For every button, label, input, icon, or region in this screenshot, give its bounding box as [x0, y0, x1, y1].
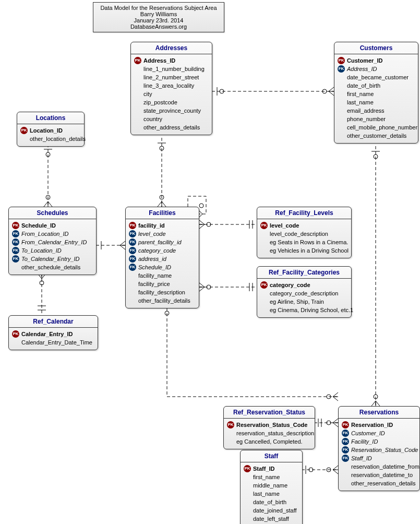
attr-text: category_code_description	[270, 289, 338, 297]
svg-line-61	[371, 401, 376, 406]
attr-row: PKAddress_ID	[134, 56, 209, 65]
entity-body: PKReservation_IDFKCustomer_IDFKFacility_…	[339, 419, 419, 491]
attr-text: Customer_ID	[347, 56, 382, 65]
attr-text: level_code	[270, 221, 299, 230]
attr-text: Schedule_ID	[21, 221, 56, 230]
attr-row: date_of_birth	[244, 498, 299, 506]
entity-addresses: Addresses PKAddress_IDline_1_number_buil…	[130, 42, 212, 135]
entity-customers: Customers PKCustomer_IDFKAddress_IDdate_…	[334, 42, 418, 144]
attr-text: facility_name	[138, 271, 172, 280]
entity-title: Ref_Calendar	[9, 316, 98, 328]
entity-title: Locations	[17, 112, 84, 124]
attr-text: state_province_county	[143, 106, 201, 115]
attr-row: state_province_county	[134, 106, 209, 115]
fk-icon: FK	[129, 230, 136, 237]
fk-icon: FK	[129, 264, 136, 271]
attr-row: phone_number	[338, 115, 415, 123]
attr-row: line_1_number_building	[134, 65, 209, 73]
pk-icon: PK	[342, 421, 349, 428]
entity-title: Staff	[241, 450, 302, 462]
svg-line-12	[162, 201, 166, 207]
attr-text: From_Calendar_Entry_ID	[21, 238, 87, 246]
attr-text: cell_mobile_phone_number	[347, 123, 417, 132]
attr-text: reservation_datetime_from	[351, 462, 419, 471]
attr-text: To_Calendar_Entry_ID	[21, 255, 80, 263]
attr-row: FKFrom_Location_ID	[12, 230, 93, 238]
attr-text: Staff_ID	[253, 465, 275, 473]
attr-row: line_2_number_street	[134, 73, 209, 81]
entity-ref-facility-levels: Ref_Facility_Levels PKlevel_codelevel_co…	[257, 207, 352, 258]
svg-line-11	[158, 201, 162, 207]
attr-row: PKcategory_code	[260, 281, 348, 289]
attr-text: last_name	[347, 98, 374, 106]
pk-icon: PK	[129, 222, 136, 229]
attr-row: level_code_description	[260, 230, 348, 238]
attr-row: FKTo_Location_ID	[12, 246, 93, 255]
attr-text: category_code	[270, 281, 310, 289]
attr-row: facility_price	[129, 280, 196, 288]
attr-text: phone_number	[347, 115, 386, 123]
entity-body: PKfacility_idFKlevel_codeFKparent_facili…	[126, 219, 199, 308]
attr-row: PKCalendar_Entry_ID	[12, 330, 94, 338]
fk-icon: FK	[342, 446, 349, 454]
entity-title: Schedules	[9, 207, 96, 219]
attr-text: country	[143, 115, 162, 123]
attr-row: PKLocation_ID	[20, 126, 81, 135]
attr-row: eg Airline, Ship, Train	[260, 297, 348, 306]
note-line: Barry Williams	[98, 11, 220, 17]
entity-body: PKCalendar_Entry_IDCalendar_Entry_Date_T…	[9, 328, 98, 350]
attr-row: reservation_datetime_from	[342, 462, 416, 471]
attr-row: country	[134, 115, 209, 123]
attr-row: eg Cinema, Driving School, etc.1	[260, 306, 348, 314]
entity-body: PKAddress_IDline_1_number_buildingline_2…	[131, 54, 212, 135]
attr-text: eg Vehicles in a Driving School	[270, 246, 349, 255]
attr-text: category_code	[138, 246, 176, 255]
attr-row: FKCustomer_ID	[342, 429, 416, 437]
fk-icon: FK	[342, 430, 349, 437]
attr-row: zip_postcode	[134, 98, 209, 106]
attr-row: other_address_details	[134, 123, 209, 132]
attr-text: Facility_ID	[351, 437, 378, 446]
entity-title: Ref_Reservation_Status	[224, 407, 315, 419]
attr-row: eg Seats in Rows in a Cinema.	[260, 238, 348, 246]
entity-ref-reservation-status: Ref_Reservation_Status PKReservation_Sta…	[223, 406, 315, 449]
svg-point-48	[199, 204, 203, 208]
attr-text: other_customer_details	[347, 132, 406, 140]
svg-line-75	[333, 466, 338, 470]
attr-text: date_left_staff	[253, 515, 289, 523]
attr-row: eg Vehicles in a Driving School	[260, 246, 348, 255]
entity-ref-facility-categories: Ref_Facility_Categories PKcategory_codec…	[257, 266, 352, 318]
attr-row: FKTo_Calendar_Entry_ID	[12, 255, 93, 263]
attr-row: cell_mobile_phone_number	[338, 123, 415, 132]
note-line: January 23rd. 2014	[98, 17, 220, 23]
fk-icon: FK	[338, 65, 345, 73]
pk-icon: PK	[12, 222, 19, 229]
entity-ref-calendar: Ref_Calendar PKCalendar_Entry_IDCalendar…	[8, 315, 98, 350]
attr-text: level_code_description	[270, 230, 328, 238]
attr-row: line_3_area_locality	[134, 81, 209, 90]
attr-text: line_1_number_building	[143, 65, 205, 73]
entity-title: Customers	[334, 42, 418, 54]
attr-row: last_name	[244, 490, 299, 498]
attr-text: Calendar_Entry_Date_Time	[21, 338, 92, 347]
attr-row: date_joined_staff	[244, 506, 299, 515]
fk-icon: FK	[342, 438, 349, 445]
pk-icon: PK	[12, 330, 19, 338]
attr-text: reservation_datetime_to	[351, 471, 413, 479]
attr-row: email_address	[338, 106, 415, 115]
svg-line-36	[199, 224, 205, 229]
attr-text: email_address	[347, 106, 385, 115]
attr-row: FKlevel_code	[129, 230, 196, 238]
attr-row: FKcategory_code	[129, 246, 196, 255]
attr-text: Reservation_ID	[351, 421, 393, 429]
attr-text: Reservation_Status_Code	[236, 421, 307, 429]
fk-icon: FK	[342, 455, 349, 462]
attr-text: date_became_customer	[347, 73, 409, 81]
attr-text: Location_ID	[30, 126, 63, 135]
attr-text: eg Airline, Ship, Train	[270, 297, 324, 306]
attr-text: Schedule_ID	[138, 263, 171, 271]
attr-text: Staff_ID	[351, 454, 372, 462]
attr-row: PKReservation_Status_Code	[227, 421, 311, 429]
fk-icon: FK	[12, 239, 19, 246]
attr-text: other_address_details	[143, 123, 200, 132]
